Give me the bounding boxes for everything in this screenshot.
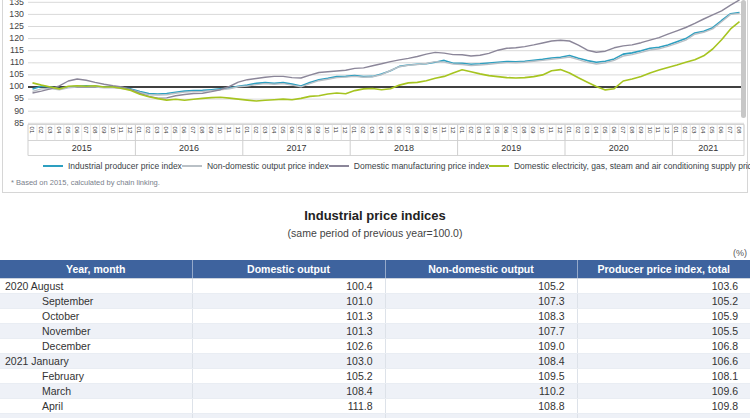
vertical-scrollbar[interactable] [741, 0, 746, 118]
x-axis: 0102030405060708091011122015010203040506… [28, 125, 744, 156]
svg-text:10: 10 [110, 127, 117, 134]
svg-text:120: 120 [9, 33, 24, 43]
cell-domestic-output: 108.4 [192, 383, 385, 398]
legend-swatch [489, 165, 509, 167]
cell-non-domestic-output: 109.5 [385, 368, 577, 383]
svg-text:130: 130 [9, 9, 24, 19]
table-row: February105.2109.5108.1 [0, 368, 750, 383]
legend-item-2[interactable]: Domestic manufacturing price index [329, 161, 489, 171]
svg-text:2016: 2016 [179, 143, 199, 153]
svg-text:05: 05 [65, 127, 72, 134]
svg-text:110: 110 [10, 57, 24, 67]
svg-text:03: 03 [476, 127, 483, 134]
svg-text:2019: 2019 [501, 143, 521, 153]
cell-domestic-output: 103.0 [192, 353, 385, 368]
col-header-domestic-output: Domestic output [192, 260, 385, 278]
svg-text:02: 02 [38, 127, 45, 134]
cell-ppi-total: 108.1 [577, 368, 750, 383]
svg-text:04: 04 [378, 127, 385, 134]
svg-text:2017: 2017 [286, 143, 306, 153]
svg-text:05: 05 [280, 127, 287, 134]
table-subtitle: (same period of previous year=100.0) [0, 227, 750, 239]
svg-text:11: 11 [655, 127, 662, 134]
svg-text:05: 05 [387, 127, 394, 134]
svg-text:06: 06 [74, 127, 81, 134]
cell-year-month: 2020 August [0, 278, 192, 293]
svg-text:02: 02 [145, 127, 152, 134]
cell-year-month: February [0, 368, 192, 383]
cell-domestic-output: 100.4 [192, 278, 385, 293]
svg-text:12: 12 [450, 127, 457, 134]
svg-text:09: 09 [101, 127, 108, 134]
svg-text:03: 03 [154, 127, 161, 134]
table-row: 2021 January103.0108.4106.6 [0, 353, 750, 368]
svg-text:09: 09 [423, 127, 430, 134]
cell-empty [385, 413, 577, 418]
legend-label: Non-domestic output price index [207, 161, 329, 171]
cell-ppi-total: 106.8 [577, 338, 750, 353]
cell-domestic-output: 102.6 [192, 338, 385, 353]
svg-text:11: 11 [548, 127, 555, 134]
legend-swatch [43, 165, 63, 167]
table-row: November101.3107.7105.5 [0, 323, 750, 338]
legend-label: Industrial producer price index [68, 161, 182, 171]
svg-text:04: 04 [163, 127, 170, 134]
table-row: December102.6109.0106.8 [0, 338, 750, 353]
y-axis-labels: 859095100105110115120125130135 [9, 0, 24, 128]
cell-ppi-total: 105.2 [577, 293, 750, 308]
svg-text:11: 11 [441, 127, 448, 134]
table-row: 2020 August100.4105.2103.6 [0, 278, 750, 293]
svg-text:05: 05 [172, 127, 179, 134]
svg-text:09: 09 [315, 127, 322, 134]
price-index-table: Year, month Domestic output Non-domestic… [0, 260, 750, 418]
table-header-row: Year, month Domestic output Non-domestic… [0, 260, 750, 278]
cell-year-month: 2021 January [0, 353, 192, 368]
svg-text:07: 07 [727, 127, 734, 134]
cell-year-month: April [0, 398, 192, 413]
svg-text:07: 07 [405, 127, 412, 134]
price-index-line-chart: 8590951001051101151201251301350102030405… [3, 0, 750, 158]
svg-text:06: 06 [396, 127, 403, 134]
cell-ppi-total: 105.9 [577, 308, 750, 323]
svg-text:08: 08 [92, 127, 99, 134]
cell-empty [0, 413, 192, 418]
legend-item-3[interactable]: Domestic electricity, gas, steam and air… [489, 161, 750, 171]
svg-text:2015: 2015 [72, 143, 92, 153]
svg-text:06: 06 [289, 127, 296, 134]
svg-text:03: 03 [369, 127, 376, 134]
svg-text:04: 04 [593, 127, 600, 134]
svg-text:08: 08 [306, 127, 313, 134]
svg-text:10: 10 [432, 127, 439, 134]
cell-ppi-total: 109.8 [577, 398, 750, 413]
svg-text:06: 06 [503, 127, 510, 134]
cell-ppi-total: 109.6 [577, 383, 750, 398]
svg-text:06: 06 [611, 127, 618, 134]
cell-domestic-output: 101.3 [192, 308, 385, 323]
svg-text:08: 08 [414, 127, 421, 134]
cell-non-domestic-output: 107.3 [385, 293, 577, 308]
svg-text:02: 02 [682, 127, 689, 134]
legend-label: Domestic electricity, gas, steam and air… [514, 161, 750, 171]
cell-domestic-output: 111.8 [192, 398, 385, 413]
price-index-chart-panel: 8590951001051101151201251301350102030405… [2, 0, 748, 193]
cell-domestic-output: 101.3 [192, 323, 385, 338]
svg-text:02: 02 [575, 127, 582, 134]
svg-text:12: 12 [127, 127, 134, 134]
svg-text:01: 01 [29, 127, 36, 134]
legend-item-0[interactable]: Industrial producer price index [43, 161, 182, 171]
svg-text:2021: 2021 [698, 143, 718, 153]
legend-item-1[interactable]: Non-domestic output price index [182, 161, 329, 171]
svg-text:05: 05 [709, 127, 716, 134]
table-title-block: Industrial price indices (same period of… [0, 208, 750, 239]
cell-year-month: October [0, 308, 192, 323]
svg-text:08: 08 [629, 127, 636, 134]
svg-text:01: 01 [673, 127, 680, 134]
svg-text:07: 07 [512, 127, 519, 134]
cell-year-month: September [0, 293, 192, 308]
svg-text:135: 135 [9, 0, 24, 7]
svg-text:12: 12 [557, 127, 564, 134]
cell-domestic-output: 105.2 [192, 368, 385, 383]
svg-text:07: 07 [190, 127, 197, 134]
svg-text:05: 05 [494, 127, 501, 134]
svg-text:11: 11 [118, 127, 125, 134]
